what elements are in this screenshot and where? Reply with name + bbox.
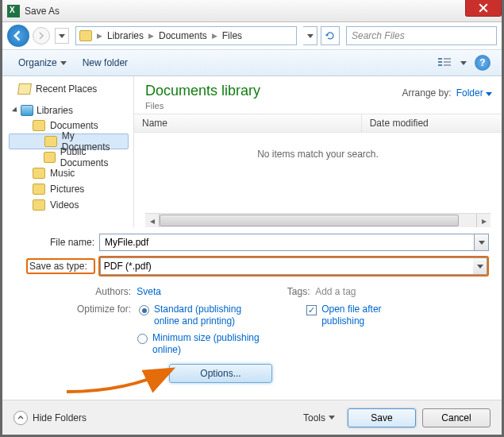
tree-libraries[interactable]: Libraries [9,105,133,118]
navbar: ▶ Libraries ▶ Documents ▶ Files Search F… [2,22,502,49]
svg-rect-3 [444,58,451,60]
folder-icon [33,199,45,211]
window-title: Save As [25,6,60,17]
help-button[interactable]: ? [471,53,494,72]
hide-folders-button[interactable]: Hide Folders [13,411,87,425]
horizontal-scrollbar[interactable]: ◂ ▸ [145,213,491,227]
chevron-right-icon: ▶ [210,32,219,40]
content-heading: Documents library [145,83,260,99]
folder-icon [33,120,45,131]
save-form: File name: Save as type: PDF (*.pdf) Aut… [2,227,502,383]
body: Recent Places Libraries Documents My Doc… [2,76,502,227]
crumb-libraries[interactable]: Libraries [104,30,147,41]
folder-icon [79,30,92,41]
col-name[interactable]: Name [134,114,362,132]
footer: Hide Folders Tools Save Cancel [2,400,502,435]
tools-dropdown[interactable]: Tools [297,412,341,423]
close-button[interactable] [465,0,502,17]
toolbar: Organize New folder ? [2,49,502,76]
radio-minimum-label[interactable]: Minimum size (publishing online) [152,332,264,356]
arrow-right-icon [37,32,45,40]
options-button[interactable]: Options... [169,364,272,383]
folder-icon [33,184,45,195]
checkbox-open-after-label[interactable]: Open file after publishing [321,304,409,327]
authors-label: Authors: [74,286,134,297]
caret-icon [12,106,19,114]
checkbox-open-after[interactable] [306,305,317,315]
chevron-down-icon [59,34,65,38]
back-button[interactable] [7,25,29,47]
chevron-down-icon [479,241,485,245]
radio-minimum[interactable] [137,334,148,344]
filename-label: File name: [26,237,99,248]
chevron-right-icon: ▶ [147,32,156,40]
chevron-down-icon [477,265,483,269]
crumb-documents[interactable]: Documents [156,30,210,41]
annotation-arrow [63,356,182,396]
filename-field[interactable] [99,234,475,251]
scroll-thumb[interactable] [160,215,459,226]
libraries-icon [21,105,33,116]
chevron-up-icon [13,411,28,425]
help-icon: ? [475,55,491,71]
tags-label: Tags: [282,286,314,297]
tree-videos[interactable]: Videos [9,197,133,213]
svg-rect-1 [438,61,442,63]
list-view-icon [438,58,451,68]
column-headers[interactable]: Name Date modified [134,114,502,133]
content-subheading: Files [145,101,260,110]
save-as-dialog: Save As ▶ Libraries ▶ Documents ▶ Files … [0,0,504,437]
chevron-down-icon [307,34,314,38]
chevron-down-icon [460,61,467,65]
refresh-button[interactable] [321,26,340,45]
excel-icon [7,5,20,17]
col-date[interactable]: Date modified [362,114,502,132]
filename-input[interactable] [103,236,471,249]
save-as-type-field[interactable]: PDF (*.pdf) [100,257,473,275]
refresh-icon [325,30,336,41]
optimize-label: Optimize for: [66,304,134,315]
breadcrumb-dropdown[interactable] [303,26,317,45]
save-button[interactable]: Save [348,408,416,427]
arrow-left-icon [13,30,24,41]
folder-icon [44,136,57,147]
svg-rect-5 [444,64,451,66]
view-dropdown[interactable] [457,53,470,72]
close-icon [479,3,488,13]
svg-rect-0 [438,58,442,60]
cancel-button[interactable]: Cancel [422,408,491,427]
recent-icon [17,83,32,95]
arrange-by-dropdown[interactable]: Folder [456,87,492,99]
content-pane: Documents library Files Arrange by: Fold… [134,76,502,227]
tree-public-documents[interactable]: Public Documents [9,149,133,165]
titlebar: Save As [2,0,502,22]
chevron-down-icon [60,61,67,65]
filename-dropdown[interactable] [475,234,489,251]
scroll-left[interactable]: ◂ [145,214,160,227]
authors-value[interactable]: Sveta [137,286,161,297]
radio-standard[interactable] [139,305,149,315]
chevron-down-icon [329,416,335,420]
history-dropdown[interactable] [55,28,69,44]
tags-value[interactable]: Add a tag [315,286,356,297]
save-as-type-label: Save as type: [29,261,92,272]
scroll-right[interactable]: ▸ [476,214,491,227]
empty-message: No items match your search. [134,133,502,176]
arrange-label: Arrange by: [402,87,452,99]
breadcrumb[interactable]: ▶ Libraries ▶ Documents ▶ Files [75,26,297,45]
new-folder-button[interactable]: New folder [75,54,136,72]
folder-icon [33,168,45,179]
tree-pictures[interactable]: Pictures [9,181,133,197]
organize-button[interactable]: Organize [10,54,75,72]
radio-standard-label[interactable]: Standard (publishing online and printing… [154,304,265,327]
chevron-down-icon [486,92,492,96]
view-button[interactable] [433,53,456,72]
tree-recent-places[interactable]: Recent Places [9,81,133,97]
save-as-type-dropdown[interactable] [473,257,487,275]
nav-tree: Recent Places Libraries Documents My Doc… [2,76,134,227]
chevron-right-icon: ▶ [95,32,104,40]
search-placeholder: Search Files [352,30,405,41]
forward-button[interactable] [33,27,50,44]
crumb-files[interactable]: Files [219,30,245,41]
search-input[interactable]: Search Files [346,26,497,45]
